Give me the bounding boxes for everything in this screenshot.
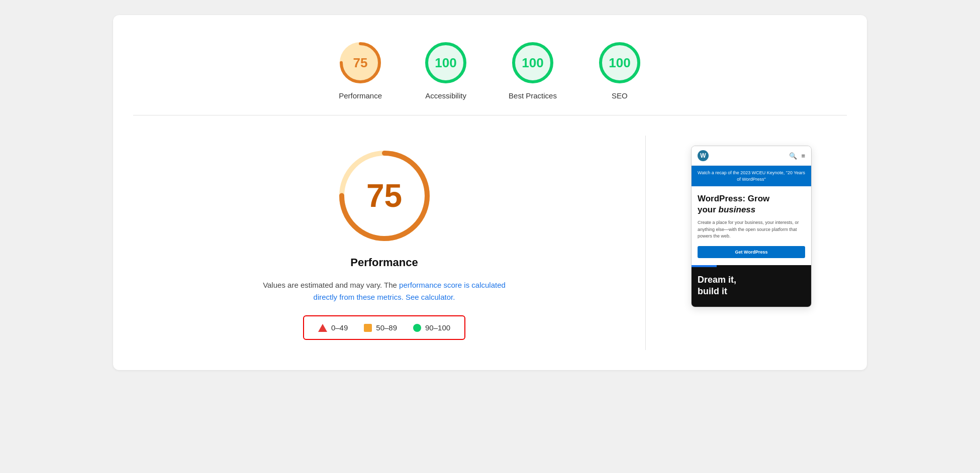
phone-nav-icons: 🔍 ≡ <box>789 152 805 160</box>
left-panel: 75 Performance Values are estimated and … <box>133 136 635 350</box>
phone-nav: W 🔍 ≡ <box>692 146 811 166</box>
phone-title-line1: WordPress: Grow <box>698 194 769 203</box>
phone-title: WordPress: Grow your business <box>698 193 805 215</box>
footer-text: Dream it,build it <box>698 274 736 298</box>
score-label-seo: SEO <box>612 91 628 100</box>
big-score-value: 75 <box>366 177 402 214</box>
main-card: 75 Performance 100 Accessibility <box>113 15 867 370</box>
wp-logo: W <box>698 150 709 161</box>
score-label-performance: Performance <box>339 91 382 100</box>
vertical-divider <box>645 136 646 350</box>
score-circle-best-practices: 100 <box>510 40 555 85</box>
phone-body: WordPress: Grow your business Create a p… <box>692 186 811 265</box>
big-score-label: Performance <box>350 256 418 269</box>
right-panel: W 🔍 ≡ Watch a recap of the 2023 WCEU Key… <box>656 136 847 317</box>
phone-title-italic: business <box>719 205 756 214</box>
score-circle-accessibility: 100 <box>423 40 468 85</box>
phone-banner: Watch a recap of the 2023 WCEU Keynote, … <box>692 166 811 186</box>
legend-range-high: 90–100 <box>425 323 450 332</box>
score-item-accessibility: 100 Accessibility <box>423 40 468 100</box>
search-icon: 🔍 <box>789 152 797 160</box>
section-divider <box>133 115 847 115</box>
score-circle-seo: 100 <box>597 40 642 85</box>
square-icon <box>364 324 372 332</box>
scores-row: 75 Performance 100 Accessibility <box>133 30 847 115</box>
menu-icon: ≡ <box>801 152 805 160</box>
legend-item-high: 90–100 <box>413 323 450 332</box>
score-item-performance: 75 Performance <box>338 40 383 100</box>
legend-item-low: 0–49 <box>318 323 348 332</box>
phone-footer: Dream it,build it <box>692 265 811 307</box>
phone-desc: Create a place for your business, your i… <box>698 219 805 240</box>
score-value-best-practices: 100 <box>522 55 543 71</box>
main-content: 75 Performance Values are estimated and … <box>133 136 847 350</box>
triangle-icon <box>318 324 327 332</box>
score-value-seo: 100 <box>609 55 630 71</box>
score-value-performance: 75 <box>353 55 368 71</box>
phone-title-line2-normal: your <box>698 205 719 214</box>
legend-box: 0–49 50–89 90–100 <box>303 315 465 340</box>
description-text: Values are estimated and may vary. The p… <box>263 279 506 303</box>
score-item-seo: 100 SEO <box>597 40 642 100</box>
get-wordpress-button[interactable]: Get WordPress <box>698 246 805 258</box>
score-circle-performance: 75 <box>338 40 383 85</box>
big-performance-circle: 75 <box>334 146 435 246</box>
score-value-accessibility: 100 <box>435 55 456 71</box>
legend-item-mid: 50–89 <box>364 323 397 332</box>
phone-mockup: W 🔍 ≡ Watch a recap of the 2023 WCEU Key… <box>691 146 812 307</box>
calculator-link[interactable]: See calculator. <box>406 293 455 301</box>
circle-icon <box>413 324 421 332</box>
score-label-best-practices: Best Practices <box>509 91 557 100</box>
legend-range-low: 0–49 <box>331 323 348 332</box>
score-item-best-practices: 100 Best Practices <box>509 40 557 100</box>
legend-range-mid: 50–89 <box>376 323 397 332</box>
desc-text-before: Values are estimated and may vary. The <box>263 281 397 289</box>
banner-text: Watch a recap of the 2023 WCEU Keynote, … <box>698 170 805 182</box>
score-label-accessibility: Accessibility <box>425 91 466 100</box>
